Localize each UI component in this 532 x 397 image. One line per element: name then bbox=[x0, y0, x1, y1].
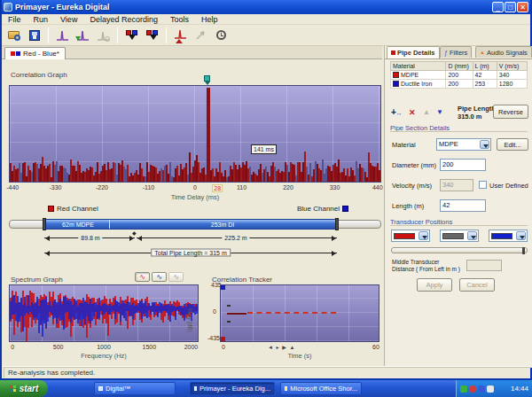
menu-view[interactable]: View bbox=[54, 15, 83, 24]
start-button[interactable]: start bbox=[0, 380, 48, 397]
menu-bar: File Run View Delayed Recording Tools He… bbox=[2, 14, 530, 25]
x-tick: 500 bbox=[53, 344, 64, 350]
tracker-tick-lower bbox=[227, 321, 231, 323]
chevron-down-icon[interactable] bbox=[419, 231, 428, 240]
taskbar-item-office[interactable]: Microsoft Office Shor... bbox=[280, 382, 362, 395]
tab-pipe-details[interactable]: Pipe Details bbox=[387, 46, 440, 58]
chevron-down-icon[interactable] bbox=[480, 140, 489, 149]
taskbar-item-digital[interactable]: Digital™ bbox=[94, 382, 176, 395]
pipe-bar: 62m MDPE 253m DI bbox=[44, 219, 337, 230]
tab-audio-signals[interactable]: ▲ Audio Signals bbox=[475, 46, 532, 58]
left-transducer-select[interactable] bbox=[391, 230, 430, 242]
correlation-noise bbox=[10, 86, 380, 182]
spectrum-gray-toggle[interactable]: ∿ bbox=[168, 272, 184, 282]
tray-network-icon[interactable] bbox=[478, 385, 485, 393]
material-color-blue bbox=[393, 81, 399, 87]
red-channel-label: Red Channel bbox=[48, 205, 98, 213]
menu-delayed-recording[interactable]: Delayed Recording bbox=[83, 15, 164, 24]
spectrum-red-toggle[interactable]: ∿ bbox=[135, 272, 150, 282]
menu-tools[interactable]: Tools bbox=[164, 15, 195, 24]
desktop: Primayer - Eureka Digital _ □ ✕ File Run… bbox=[0, 0, 532, 397]
middle-transducer-select[interactable] bbox=[440, 230, 479, 242]
taskbar-clock[interactable]: 14:44 bbox=[511, 385, 528, 393]
material-color-red bbox=[393, 72, 399, 78]
x-tick: 110 bbox=[237, 184, 246, 191]
pointer-icon[interactable] bbox=[192, 27, 210, 44]
add-section-icon[interactable]: +↔ bbox=[391, 107, 403, 117]
correlation-plot[interactable]: 141 ms bbox=[9, 85, 381, 183]
menu-file[interactable]: File bbox=[2, 15, 27, 24]
tray-shield-icon[interactable] bbox=[460, 385, 467, 393]
status-bar: Re-analysis has completed. bbox=[4, 366, 530, 378]
x-tick: -110 bbox=[143, 184, 155, 191]
audio-signals-icon: ▲ bbox=[480, 50, 485, 55]
move-up-icon[interactable]: ▲ bbox=[423, 108, 430, 116]
tracker-x-left: 0 bbox=[222, 344, 225, 350]
save-icon[interactable] bbox=[25, 27, 43, 44]
task-icon bbox=[98, 386, 103, 391]
tab-red-blue[interactable]: Red - Blue* bbox=[4, 47, 66, 59]
user-defined-label: User Defined bbox=[489, 182, 528, 190]
app-icon[interactable] bbox=[4, 3, 12, 12]
material-select[interactable]: MDPE bbox=[436, 138, 491, 151]
cancel-button[interactable]: Cancel bbox=[459, 278, 495, 292]
tracker-playback-controls[interactable]: ◄ ▸ ▶ ▲ bbox=[268, 344, 296, 350]
x-tick: 1500 bbox=[143, 344, 157, 350]
pipe-length-value: 315.0 m bbox=[458, 113, 482, 121]
middle-transducer-label-2: Distance ( From Left in m ) bbox=[392, 266, 460, 272]
table-row[interactable]: MDPE 200 42 340 bbox=[391, 71, 528, 80]
tracker-plot bbox=[220, 284, 379, 342]
menu-help[interactable]: Help bbox=[195, 15, 224, 24]
reverse-button[interactable]: Reverse bbox=[493, 105, 528, 119]
diameter-input[interactable]: 200 bbox=[440, 159, 486, 171]
x-tick: -440 bbox=[6, 184, 19, 191]
chevron-down-icon[interactable] bbox=[467, 231, 477, 240]
peak-delay-label: 141 ms bbox=[251, 144, 277, 154]
download-blue-icon[interactable] bbox=[143, 27, 161, 44]
chevron-down-icon[interactable] bbox=[516, 231, 526, 240]
spectrum-blue-toggle[interactable]: ∿ bbox=[152, 272, 167, 282]
close-button-icon[interactable]: ✕ bbox=[517, 2, 528, 12]
move-down-icon[interactable]: ▼ bbox=[436, 108, 443, 116]
peak-marker-handle[interactable] bbox=[204, 75, 210, 82]
apply-button[interactable]: Apply bbox=[417, 278, 452, 292]
correlate-icon[interactable] bbox=[171, 27, 190, 44]
pipe-segment-divider bbox=[109, 220, 110, 229]
transducer-position-slider[interactable] bbox=[391, 247, 528, 253]
maximize-button-icon[interactable]: □ bbox=[505, 2, 516, 12]
tray-volume-icon[interactable] bbox=[487, 385, 494, 393]
user-defined-checkbox[interactable] bbox=[479, 181, 487, 189]
edit-button[interactable]: Edit... bbox=[497, 138, 528, 151]
material-label: Material bbox=[392, 141, 416, 149]
tray-alert-icon[interactable] bbox=[469, 385, 476, 393]
pipe-length-label: Pipe Length: bbox=[458, 105, 497, 113]
peak-search-icon[interactable] bbox=[94, 27, 113, 44]
x-tick: 440 bbox=[372, 184, 383, 191]
length-input[interactable]: 42 bbox=[440, 199, 486, 212]
dimension-left-value: 89.8 m bbox=[78, 235, 102, 241]
menu-run[interactable]: Run bbox=[27, 15, 55, 24]
title-bar[interactable]: Primayer - Eureka Digital _ □ ✕ bbox=[2, 0, 530, 14]
clock-icon[interactable] bbox=[212, 27, 231, 44]
red-square-icon bbox=[11, 51, 15, 56]
tracker-blue-marker bbox=[221, 285, 225, 290]
peak-export-icon[interactable] bbox=[74, 27, 92, 44]
taskbar-item-primayer[interactable]: Primayer - Eureka Dig... bbox=[190, 382, 275, 395]
right-transducer-select[interactable] bbox=[489, 230, 528, 242]
peak-icon[interactable] bbox=[53, 27, 72, 44]
right-panel: Pipe Details ƒ Filters ▲ Audio Signals M… bbox=[384, 46, 532, 368]
spectrum-y-axis-label: Mag (dB) bbox=[187, 308, 193, 332]
correlation-x-axis: -440 -330 -220 -110 0 28 110 220 330 440 bbox=[9, 184, 381, 192]
download-red-icon[interactable] bbox=[122, 27, 141, 44]
task-icon bbox=[194, 386, 197, 391]
slider-handle[interactable] bbox=[522, 247, 525, 254]
task-icon bbox=[285, 386, 287, 391]
minimize-button-icon[interactable]: _ bbox=[492, 2, 504, 12]
tab-filters[interactable]: ƒ Filters bbox=[440, 46, 472, 58]
pipe-materials-table[interactable]: Material D (mm) L (m) V (m/s) MDPE 200 4… bbox=[390, 61, 528, 89]
delete-section-icon[interactable]: ✕ bbox=[409, 108, 416, 117]
windows-flag-icon bbox=[10, 385, 17, 393]
open-search-icon[interactable] bbox=[4, 27, 23, 44]
table-row[interactable]: Ductile Iron 200 253 1280 bbox=[391, 80, 528, 89]
red-transducer-swatch bbox=[394, 233, 415, 239]
